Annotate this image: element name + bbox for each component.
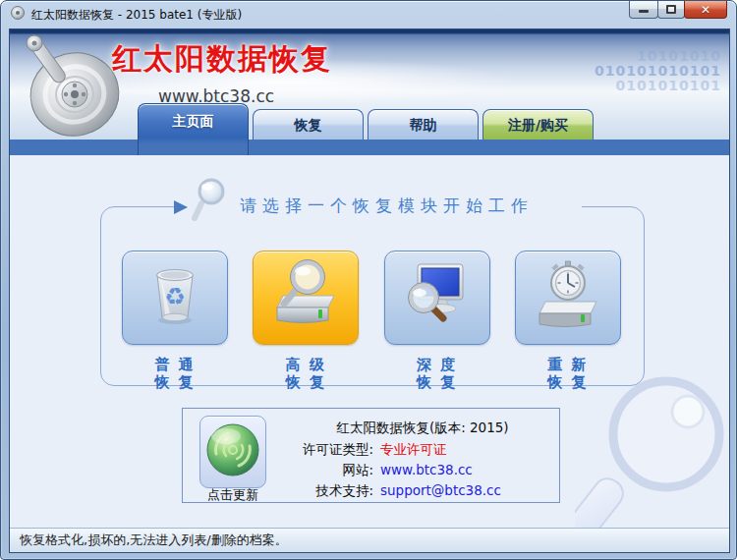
- normal-recovery-button[interactable]: ♻: [122, 251, 228, 345]
- support-link[interactable]: support@btc38.cc: [380, 480, 501, 501]
- app-disk-icon: [10, 5, 26, 25]
- module-label: 深 度 恢 复: [417, 356, 457, 391]
- binary-row: 0101010101: [595, 79, 721, 93]
- license-value: 专业许可证: [380, 439, 447, 460]
- drive-magnifier-icon: [268, 258, 343, 337]
- minimize-icon: [639, 10, 649, 13]
- module-buttons: ♻ 普 通 恢 复: [100, 251, 645, 391]
- license-label: 许可证类型:: [261, 439, 373, 460]
- close-icon: ✕: [701, 2, 710, 18]
- window-title: 红太阳数据恢复 - 2015 bate1 (专业版): [31, 7, 242, 24]
- module-advanced-recovery: 高 级 恢 复: [253, 251, 359, 391]
- arrow-right-icon: [174, 200, 188, 214]
- module-deep-recovery: 深 度 恢 复: [384, 251, 490, 391]
- maximize-icon: [666, 5, 676, 14]
- magnifier-watermark-icon: [575, 375, 727, 553]
- update-button[interactable]: [199, 416, 266, 488]
- tab-register-buy[interactable]: 注册/购买: [482, 109, 594, 140]
- product-version: 红太阳数据恢复(版本: 2015): [299, 420, 546, 437]
- status-text: 恢复格式化,损坏的,无法进入列表/删除的档案。: [20, 532, 288, 549]
- hard-disk-logo-icon: [16, 31, 128, 147]
- about-panel: 点击更新 红太阳数据恢复(版本: 2015) 许可证类型: 专业许可证 网站: …: [182, 408, 560, 503]
- tab-bar: 主页面 恢复 帮助 注册/购买: [138, 103, 597, 140]
- advanced-recovery-button[interactable]: [253, 251, 359, 345]
- drive-stopwatch-icon: [531, 258, 605, 337]
- titlebar: 红太阳数据恢复 - 2015 bate1 (专业版): [1, 1, 736, 28]
- app-title: 红太阳数据恢复: [112, 39, 332, 80]
- module-label: 普 通 恢 复: [154, 356, 195, 391]
- close-button[interactable]: ✕: [684, 1, 727, 19]
- tab-main-page[interactable]: 主页面: [138, 103, 249, 155]
- svg-text:♻: ♻: [164, 283, 186, 310]
- website-link[interactable]: www.btc38.cc: [380, 460, 473, 480]
- support-row: 技术支持: support@btc38.cc: [261, 480, 551, 501]
- minimize-button[interactable]: [629, 1, 658, 19]
- monitor-magnifier-icon: [400, 258, 475, 337]
- app-window: 红太阳数据恢复 - 2015 bate1 (专业版) ✕ 10101010 01…: [0, 0, 737, 560]
- binary-pattern: 10101010 010101010101 0101010101: [595, 49, 721, 93]
- client-area: 10101010 010101010101 0101010101: [9, 28, 730, 553]
- support-label: 技术支持:: [261, 480, 373, 501]
- deep-recovery-button[interactable]: [384, 251, 490, 345]
- tab-strip-bar: [10, 140, 729, 155]
- website-label: 网站:: [261, 460, 373, 480]
- re-recovery-button[interactable]: [515, 251, 621, 345]
- status-bar: 恢复格式化,损坏的,无法进入列表/删除的档案。: [10, 528, 729, 552]
- binary-row: 10101010: [595, 49, 721, 64]
- website-row: 网站: www.btc38.cc: [261, 460, 551, 480]
- module-re-recovery: 重 新 恢 复: [515, 251, 621, 391]
- tab-help[interactable]: 帮助: [368, 109, 479, 140]
- search-icon: [190, 177, 231, 228]
- about-rows: 许可证类型: 专业许可证 网站: www.btc38.cc 技术支持: supp…: [261, 439, 551, 501]
- header: 10101010 010101010101 0101010101: [10, 29, 729, 140]
- binary-row: 010101010101: [595, 64, 721, 79]
- window-controls: ✕: [630, 1, 727, 19]
- license-row: 许可证类型: 专业许可证: [261, 439, 551, 460]
- tab-recover[interactable]: 恢复: [253, 109, 364, 140]
- module-heading: 请选择一个恢复模块开始工作: [240, 195, 534, 217]
- update-disc-icon: [204, 421, 261, 482]
- module-normal-recovery: ♻ 普 通 恢 复: [122, 251, 228, 391]
- recycle-bin-icon: ♻: [138, 258, 212, 337]
- module-label: 重 新 恢 复: [547, 356, 588, 391]
- module-label: 高 级 恢 复: [286, 356, 326, 391]
- maximize-button[interactable]: [657, 1, 685, 19]
